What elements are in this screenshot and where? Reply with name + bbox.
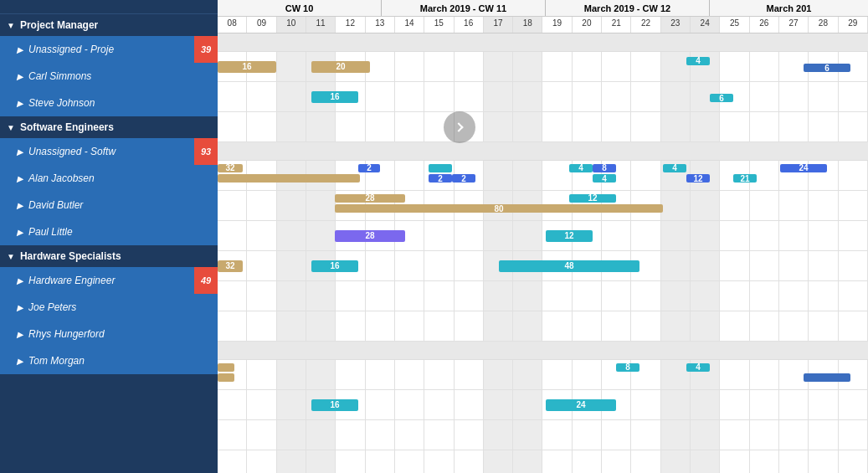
cal-row-unassigned-softw-3: 28 12 (218, 221, 868, 251)
bar-hw-1e[interactable] (804, 373, 850, 382)
resource-joe-peters[interactable]: ▶ Joe Peters (0, 294, 218, 321)
cal-row-rhys (218, 420, 868, 450)
bar-hw-1b[interactable] (218, 373, 234, 382)
cal-row-group-se (218, 142, 868, 161)
bar-us2-1[interactable]: 28 (335, 194, 405, 203)
resource-name: Carl Simmons (28, 70, 211, 82)
bar-us-1c[interactable]: 2 (358, 164, 380, 172)
bar-alan-2[interactable]: 16 (311, 260, 358, 272)
bar-joe-1[interactable]: 16 (311, 399, 358, 411)
bar-carl-2[interactable]: 6 (710, 94, 733, 102)
group-label: Software Engineers (20, 121, 114, 133)
expand-icon: ▶ (17, 201, 23, 210)
day-09: 09 (247, 17, 276, 33)
week-cw11: March 2019 - CW 11 (382, 0, 546, 16)
cal-row-carl-simmons: 16 6 (218, 82, 868, 112)
bar-us-1a[interactable]: 32 (218, 164, 243, 172)
resource-name: Rhys Hungerford (28, 328, 211, 340)
resource-name: Tom Morgan (28, 355, 211, 367)
group-hardware-specialists[interactable]: ▼ Hardware Specialists (0, 245, 218, 267)
day-29: 29 (839, 17, 868, 33)
resource-name: Unassigned - Softw (28, 146, 211, 157)
bar-joe-2[interactable]: 24 (546, 399, 616, 411)
bar-hw-1d[interactable]: 4 (686, 363, 710, 372)
bar-alan-3[interactable]: 48 (499, 260, 639, 272)
expand-icon: ▶ (17, 174, 23, 183)
bar-us3-2[interactable]: 12 (546, 230, 593, 242)
resource-unassigned-softw[interactable]: ▶ Unassigned - Softw 93 (0, 138, 218, 165)
expand-icon: ▶ (17, 303, 23, 312)
group-label: Hardware Specialists (20, 250, 121, 262)
bar-us-1m[interactable]: 21 (733, 174, 757, 183)
day-23: 23 (661, 17, 691, 33)
bar-unassigned-proje-3[interactable]: 4 (686, 57, 710, 65)
resource-name: Paul Little (28, 226, 211, 238)
bar-us2-2[interactable]: 80 (335, 204, 663, 213)
cal-row-group-pm (218, 33, 868, 52)
expand-icon: ▶ (17, 276, 23, 285)
bar-us-1e[interactable]: 2 (429, 174, 452, 183)
bar-us-1d[interactable] (429, 164, 452, 172)
bar-hw-1c[interactable]: 8 (616, 363, 639, 372)
bar-unassigned-proje-4[interactable]: 6 (804, 64, 850, 72)
day-27: 27 (779, 17, 809, 33)
week-cw13: March 201 (710, 0, 868, 16)
bar-hw-1a[interactable] (218, 363, 234, 372)
bar-us3-1[interactable]: 28 (335, 230, 405, 242)
unassigned-badge: 39 (194, 36, 218, 63)
resource-rhys-hungerford[interactable]: ▶ Rhys Hungerford (0, 321, 218, 347)
resource-tom-morgan[interactable]: ▶ Tom Morgan (0, 347, 218, 374)
bar-us-1b[interactable] (218, 174, 360, 183)
cal-row-unassigned-softw-2: 28 80 12 (218, 191, 868, 221)
collapse-icon: ▼ (7, 21, 15, 30)
resource-name: Joe Peters (28, 301, 211, 313)
bar-carl-1[interactable]: 16 (311, 91, 358, 103)
week-cw12: March 2019 - CW 12 (546, 0, 710, 16)
day-21: 21 (602, 17, 631, 33)
collapse-icon: ▼ (7, 252, 15, 261)
bar-us2-3[interactable]: 12 (569, 194, 616, 203)
resource-unassigned-proje[interactable]: ▶ Unassigned - Proje 39 (0, 36, 218, 63)
day-15: 15 (424, 17, 454, 33)
resource-alan-jacobsen[interactable]: ▶ Alan Jacobsen (0, 165, 218, 192)
day-11: 11 (306, 17, 336, 33)
bar-unassigned-proje-1[interactable]: 16 (218, 61, 276, 73)
cursor-overlay (444, 111, 475, 143)
cal-row-joe: 16 24 (218, 390, 868, 420)
day-28: 28 (809, 17, 838, 33)
calendar-body: 16 20 4 6 16 6 (218, 33, 868, 473)
cal-row-unassigned-proje: 16 20 4 6 (218, 52, 868, 82)
bar-us-1j[interactable]: 4 (663, 164, 686, 172)
bar-us-1g[interactable]: 4 (569, 164, 593, 172)
group-software-engineers[interactable]: ▼ Software Engineers (0, 116, 218, 138)
bar-us-1h[interactable]: 8 (593, 164, 616, 172)
resource-hardware-engineer[interactable]: ▶ Hardware Engineer 49 (0, 267, 218, 294)
group-project-manager[interactable]: ▼ Project Manager (0, 14, 218, 36)
day-19: 19 (542, 17, 572, 33)
cal-rows: 16 20 4 6 16 6 (218, 33, 868, 473)
expand-icon: ▶ (17, 330, 23, 339)
bar-us-1k[interactable]: 12 (686, 174, 710, 183)
cal-row-alan: 32 16 48 (218, 251, 868, 281)
resource-carl-simmons[interactable]: ▶ Carl Simmons (0, 63, 218, 90)
resource-steve-johnson[interactable]: ▶ Steve Johnson (0, 90, 218, 116)
day-08: 08 (218, 17, 247, 33)
day-13: 13 (366, 17, 395, 33)
day-18: 18 (513, 17, 542, 33)
resource-david-butler[interactable]: ▶ David Butler (0, 192, 218, 219)
calendar: CW 10 March 2019 - CW 11 March 2019 - CW… (218, 0, 868, 473)
expand-icon: ▶ (17, 147, 23, 157)
day-25: 25 (720, 17, 749, 33)
bar-us-1i[interactable]: 4 (593, 174, 616, 183)
bar-unassigned-proje-2[interactable]: 20 (311, 61, 370, 73)
resource-name: Alan Jacobsen (28, 172, 211, 184)
bar-us-1f[interactable]: 2 (452, 174, 475, 183)
cal-row-unassigned-softw-1: 32 2 2 2 4 8 4 (218, 161, 868, 191)
bar-alan-1[interactable]: 32 (218, 260, 243, 272)
day-16: 16 (455, 17, 484, 33)
bar-us-1l[interactable]: 24 (780, 164, 827, 172)
resource-paul-little[interactable]: ▶ Paul Little (0, 219, 218, 245)
expand-icon: ▶ (17, 228, 23, 237)
day-14: 14 (395, 17, 424, 33)
day-12: 12 (336, 17, 365, 33)
